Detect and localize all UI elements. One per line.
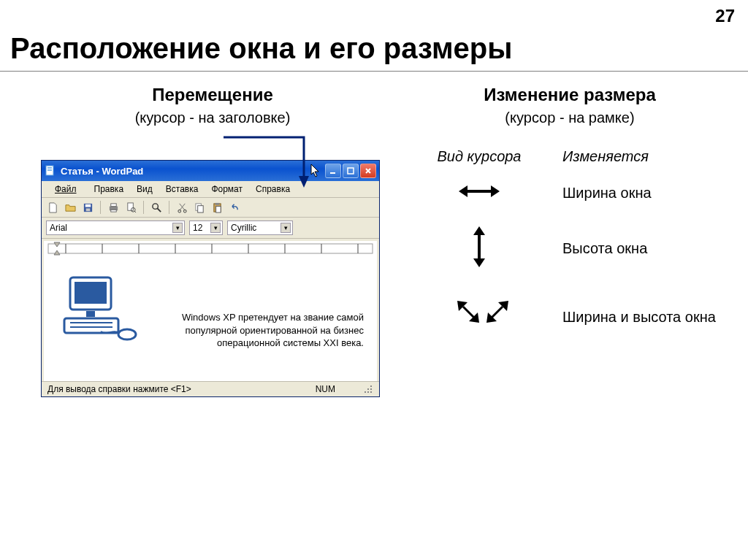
title-underline (0, 71, 748, 72)
svg-rect-48 (367, 388, 369, 390)
svg-rect-46 (370, 388, 372, 390)
svg-rect-1 (47, 167, 52, 168)
numlock-indicator: NUM (316, 384, 335, 394)
left-caption: (курсор - на заголовке) (41, 110, 384, 126)
table-head-cursor-view: Вид курсора (406, 148, 552, 165)
menu-help[interactable]: Справка (251, 183, 294, 196)
font-combo[interactable]: Arial ▾ (46, 220, 185, 235)
menu-view[interactable]: Вид (132, 183, 157, 196)
maximize-button[interactable] (343, 164, 359, 178)
svg-marker-52 (491, 185, 500, 197)
chevron-down-icon[interactable]: ▾ (172, 223, 183, 233)
print-icon[interactable] (107, 201, 120, 214)
menu-file[interactable]: Файл (46, 183, 85, 196)
ruler[interactable] (44, 241, 377, 257)
status-text: Для вывода справки нажмите <F1> (47, 384, 191, 394)
script-combo[interactable]: Cyrillic ▾ (227, 220, 293, 235)
svg-rect-10 (110, 203, 116, 206)
svg-rect-4 (330, 172, 335, 174)
svg-rect-22 (215, 202, 219, 204)
size-combo-value: 12 (193, 223, 202, 233)
svg-marker-54 (473, 226, 485, 235)
menu-format[interactable]: Формат (207, 183, 247, 196)
svg-marker-51 (459, 185, 468, 197)
svg-rect-8 (85, 208, 90, 211)
wordpad-toolbar (42, 198, 379, 218)
cut-icon[interactable] (175, 201, 188, 214)
svg-rect-25 (48, 244, 373, 253)
resize-vertical-icon (470, 225, 488, 272)
paste-icon[interactable] (210, 201, 224, 214)
svg-rect-49 (370, 386, 372, 387)
size-combo[interactable]: 12 ▾ (189, 220, 223, 235)
copy-icon[interactable] (193, 201, 206, 214)
table-head-changes: Изменяется (552, 148, 733, 165)
svg-point-15 (152, 203, 158, 209)
close-button[interactable] (360, 164, 376, 178)
svg-rect-47 (365, 391, 366, 393)
font-combo-value: Arial (50, 223, 67, 233)
svg-rect-40 (64, 318, 118, 333)
svg-rect-12 (127, 202, 133, 210)
undo-icon[interactable] (228, 201, 241, 214)
chevron-down-icon[interactable]: ▾ (210, 223, 221, 233)
svg-marker-55 (473, 258, 485, 267)
svg-rect-38 (75, 282, 107, 304)
svg-rect-20 (197, 205, 203, 212)
save-icon[interactable] (81, 201, 94, 214)
svg-line-56 (463, 307, 475, 318)
resize-grip-icon[interactable] (362, 384, 373, 394)
preview-icon[interactable] (124, 201, 137, 214)
script-combo-value: Cyrillic (231, 223, 256, 233)
wordpad-app-icon (45, 165, 56, 177)
wordpad-statusbar: Для вывода справки нажмите <F1> NUM (42, 381, 379, 396)
svg-rect-2 (47, 169, 52, 169)
wordpad-title-text: Статья - WordPad (61, 166, 143, 177)
table-row: Ширина окна (406, 183, 733, 203)
open-icon[interactable] (64, 201, 77, 214)
wordpad-format-bar: Arial ▾ 12 ▾ Cyrillic ▾ (42, 218, 379, 239)
svg-rect-23 (215, 206, 221, 212)
svg-line-14 (134, 211, 136, 212)
right-subheader: Изменение размера (406, 85, 733, 105)
wordpad-body-text: Windows XP претендует на звание самой по… (150, 270, 364, 350)
find-icon[interactable] (150, 201, 163, 214)
resize-diagonal-icon (450, 294, 508, 340)
computer-clipart-icon (60, 270, 140, 353)
svg-point-43 (118, 329, 136, 340)
wordpad-menu[interactable]: Файл Правка Вид Вставка Формат Справка (42, 181, 379, 198)
minimize-button[interactable] (325, 164, 341, 178)
cursor-pointer-icon (310, 164, 321, 178)
svg-line-16 (157, 208, 161, 212)
svg-line-59 (491, 307, 503, 318)
menu-edit[interactable]: Правка (90, 183, 129, 196)
row-label-both: Ширина и высота окна (552, 309, 733, 326)
svg-rect-7 (85, 204, 91, 207)
svg-rect-5 (348, 168, 354, 174)
slide-title: Расположение окна и его размеры (0, 0, 748, 71)
cursor-table: Вид курсора Изменяется Ширина окна (406, 148, 733, 340)
wordpad-window[interactable]: Статья - WordPad (41, 160, 380, 397)
wordpad-document[interactable]: Windows XP претендует на звание самой по… (44, 257, 377, 381)
chevron-down-icon[interactable]: ▾ (280, 223, 291, 233)
row-label-width: Ширина окна (552, 185, 733, 202)
wordpad-titlebar[interactable]: Статья - WordPad (42, 161, 379, 181)
svg-rect-11 (110, 210, 116, 212)
svg-rect-3 (47, 170, 52, 171)
row-label-height: Высота окна (552, 240, 733, 257)
right-caption: (курсор - на рамке) (406, 110, 733, 126)
svg-rect-44 (370, 391, 372, 393)
resize-horizontal-icon (457, 183, 501, 203)
page-number: 27 (715, 6, 735, 26)
new-icon[interactable] (46, 201, 59, 214)
svg-rect-45 (367, 391, 369, 393)
left-subheader: Перемещение (41, 85, 384, 105)
table-row: Высота окна (406, 225, 733, 272)
table-row: Ширина и высота окна (406, 294, 733, 340)
menu-insert[interactable]: Вставка (161, 183, 203, 196)
svg-rect-39 (86, 311, 95, 317)
